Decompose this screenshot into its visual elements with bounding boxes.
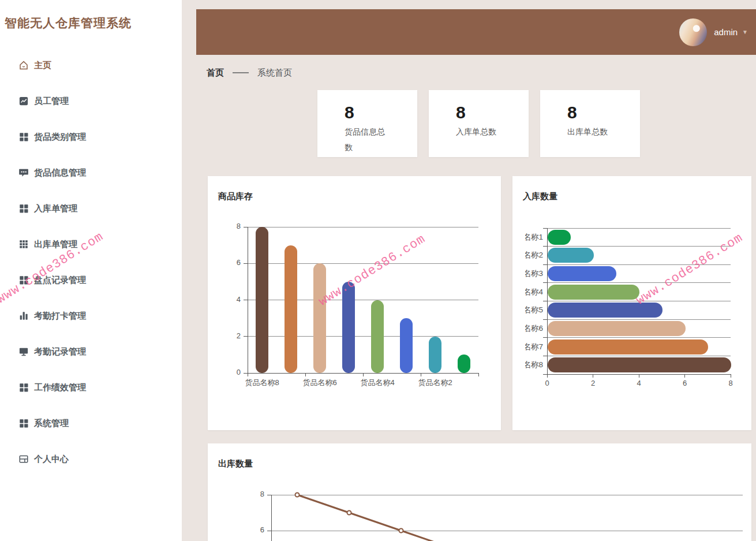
y-tick-label: 6	[223, 258, 241, 267]
bar	[548, 357, 731, 372]
panel-inventory-chart: 商品库存 02468货品名称8货品名称6货品名称4货品名称2	[208, 176, 501, 430]
breadcrumb-separator	[233, 72, 249, 73]
stat-card: 8入库单总数	[429, 90, 529, 157]
sidebar-item-label: 系统管理	[34, 418, 69, 429]
sidebar-item-label: 工作绩效管理	[34, 382, 86, 393]
sidebar-item-goods-info[interactable]: 货品信息管理	[18, 164, 169, 181]
app-title: 智能无人仓库管理系统	[5, 15, 132, 31]
sidebar-item-attendance-record[interactable]: 考勤记录管理	[18, 343, 169, 360]
stat-label: 货品信息总数	[345, 124, 390, 155]
y-category-label: 名称5	[525, 305, 543, 315]
sidebar-item-label: 货品类别管理	[34, 132, 86, 143]
x-tick-label: 2	[586, 379, 600, 387]
bar	[548, 339, 708, 355]
gridline	[248, 227, 478, 227]
x-tick-label: 货品名称2	[409, 378, 461, 388]
x-tick-label: 货品名称6	[294, 378, 346, 388]
sidebar-item-home[interactable]: 主页	[18, 57, 169, 74]
outbound-line-chart: 86420	[271, 495, 743, 541]
chart-title: 入库数量	[523, 191, 557, 202]
bar-chart-icon	[18, 311, 29, 321]
sidebar-item-personal-center[interactable]: 个人中心	[18, 450, 169, 468]
gridline	[547, 246, 731, 247]
sidebar-item-label: 主页	[34, 60, 51, 71]
gridline	[547, 319, 731, 320]
x-tick-label: 8	[724, 379, 738, 387]
y-category-label: 名称4	[525, 287, 543, 297]
panel-outbound-chart: 出库数量 86420	[208, 443, 751, 541]
stat-card: 8出库单总数	[540, 90, 640, 157]
bar	[400, 318, 413, 373]
breadcrumb-current: 系统首页	[257, 68, 292, 79]
sidebar-item-label: 考勤打卡管理	[34, 311, 86, 322]
grid-icon	[18, 132, 29, 142]
panel-inbound-chart: 入库数量 名称1名称2名称3名称4名称5名称6名称7名称802468	[512, 176, 751, 430]
stat-card: 8货品信息总数	[317, 90, 417, 157]
y-tick-label: 2	[223, 331, 241, 340]
x-tick	[639, 374, 639, 378]
bar	[548, 303, 663, 318]
y-tick-label: 8	[248, 490, 264, 498]
y-category-label: 名称3	[525, 268, 543, 279]
stat-value: 8	[567, 103, 640, 122]
sidebar-item-label: 出库单管理	[34, 239, 77, 250]
x-tick	[421, 373, 421, 376]
sidebar-item-staff[interactable]: 员工管理	[18, 92, 169, 110]
x-tick	[731, 374, 731, 378]
x-tick	[248, 373, 248, 376]
bar	[548, 285, 639, 300]
grid-icon	[18, 418, 29, 428]
x-tick	[684, 374, 685, 378]
gridline	[547, 356, 731, 356]
breadcrumb: 首页 系统首页	[207, 67, 292, 79]
sidebar-item-goods-category[interactable]: 货品类别管理	[18, 128, 169, 145]
user-menu[interactable]: admin ▼	[679, 9, 748, 55]
bar	[458, 355, 470, 373]
monitor-icon	[18, 346, 29, 357]
avatar[interactable]	[679, 18, 707, 46]
sidebar-item-system[interactable]: 系统管理	[18, 415, 169, 432]
gridline	[547, 228, 731, 229]
bar	[342, 282, 355, 373]
sidebar-item-label: 盘点记录管理	[34, 275, 86, 286]
x-tick	[593, 374, 593, 378]
bar	[256, 227, 268, 373]
y-category-label: 名称2	[525, 250, 543, 260]
bar	[313, 263, 326, 373]
y-axis-line	[547, 228, 548, 374]
breadcrumb-root[interactable]: 首页	[207, 68, 224, 79]
x-tick	[363, 373, 364, 376]
sidebar-item-attendance-checkin[interactable]: 考勤打卡管理	[18, 307, 169, 324]
sidebar-item-label: 员工管理	[34, 96, 69, 107]
sidebar-item-label: 考勤记录管理	[34, 346, 86, 357]
inventory-bar-chart: 02468货品名称8货品名称6货品名称4货品名称2	[248, 227, 478, 373]
stat-label: 出库单总数	[567, 124, 612, 140]
bar	[548, 266, 616, 281]
grid3-icon	[18, 239, 29, 249]
sidebar-menu: 主页员工管理货品类别管理货品信息管理入库单管理出库单管理盘点记录管理考勤打卡管理…	[18, 57, 169, 486]
stat-value: 8	[456, 103, 529, 122]
home-icon	[18, 60, 29, 70]
y-category-label: 名称6	[525, 323, 543, 334]
gridline	[248, 336, 478, 337]
sidebar-item-inbound-order[interactable]: 入库单管理	[18, 200, 169, 217]
sidebar-item-stocktake-record[interactable]: 盘点记录管理	[18, 271, 169, 289]
grid-icon	[18, 382, 29, 393]
data-point	[295, 493, 300, 497]
sidebar-item-work-performance[interactable]: 工作绩效管理	[18, 379, 169, 396]
data-point	[399, 529, 403, 533]
chevron-down-icon: ▼	[742, 29, 748, 35]
topbar: admin ▼	[196, 9, 756, 55]
sidebar-item-label: 个人中心	[34, 454, 69, 465]
gridline	[547, 264, 731, 265]
y-axis-line	[248, 227, 248, 373]
stat-value: 8	[345, 103, 417, 122]
sidebar-item-outbound-order[interactable]: 出库单管理	[18, 236, 169, 253]
y-category-label: 名称8	[525, 360, 543, 370]
y-category-label: 名称7	[525, 342, 543, 352]
message-icon	[18, 167, 29, 178]
data-point	[347, 511, 351, 515]
y-tick-label: 4	[223, 295, 241, 304]
inbound-hbar-chart: 名称1名称2名称3名称4名称5名称6名称7名称802468	[547, 228, 731, 374]
x-tick-label: 0	[540, 379, 554, 387]
